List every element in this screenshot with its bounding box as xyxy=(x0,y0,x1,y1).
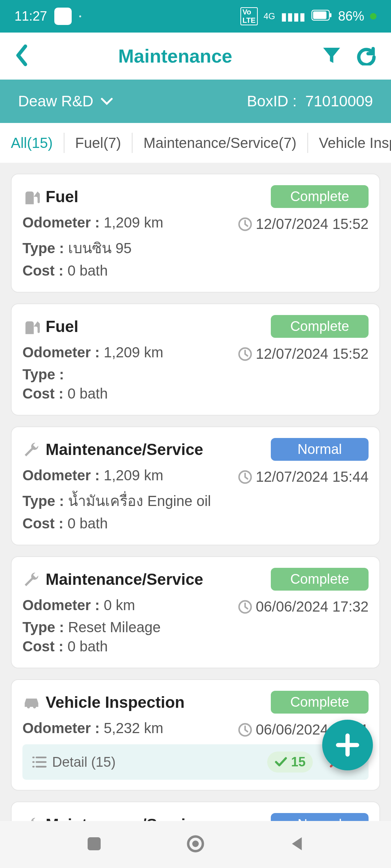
app-header: Maintenance xyxy=(0,33,391,80)
cost-field: Cost : 0 bath xyxy=(22,263,369,279)
back-button[interactable] xyxy=(14,44,29,68)
signal-icon: ▮▮▮▮ xyxy=(281,10,306,23)
recent-apps-button[interactable] xyxy=(84,834,104,855)
tab-3[interactable]: Vehicle Inspection( xyxy=(308,133,391,153)
battery-pct: 86% xyxy=(338,9,364,24)
status-time: 11:27 xyxy=(14,9,47,24)
tab-2[interactable]: Maintenance/Service(7) xyxy=(133,133,308,153)
clock-icon xyxy=(238,470,252,484)
wrench-icon xyxy=(22,570,41,588)
record-category: Maintenance/Service xyxy=(46,441,203,459)
cost-field: Cost : 0 bath xyxy=(22,515,369,532)
nav-back-button[interactable] xyxy=(287,834,307,855)
svg-rect-1 xyxy=(330,13,332,17)
network-icon: 4G xyxy=(264,11,275,21)
svg-rect-3 xyxy=(88,837,101,850)
timestamp: 06/06/2024 17:32 xyxy=(238,599,369,615)
odometer-field: Odometer : 5,232 km xyxy=(22,720,163,736)
vehicle-name: Deaw R&D xyxy=(18,93,93,110)
tab-1[interactable]: Fuel(7) xyxy=(64,133,133,153)
list-icon xyxy=(31,754,47,770)
check-icon xyxy=(274,756,287,769)
type-field: Type : เบนซิน 95 xyxy=(22,237,369,260)
type-field: Type : xyxy=(22,366,369,383)
svg-rect-2 xyxy=(313,12,327,19)
circle-icon xyxy=(186,834,205,854)
odometer-field: Odometer : 0 km xyxy=(22,597,135,613)
clock-icon xyxy=(238,347,252,361)
triangle-left-icon xyxy=(287,834,307,854)
odometer-field: Odometer : 1,209 km xyxy=(22,344,163,361)
fuel-icon xyxy=(22,318,41,336)
android-nav-bar xyxy=(0,821,391,868)
detail-label: Detail (15) xyxy=(52,754,115,770)
record-card[interactable]: Maintenance/Service Complete Odometer : … xyxy=(11,556,380,668)
refresh-icon xyxy=(356,45,377,65)
plus-icon xyxy=(335,732,360,758)
battery-icon xyxy=(311,9,332,24)
chevron-left-icon xyxy=(14,44,29,66)
status-badge: Complete xyxy=(271,568,369,591)
record-card[interactable]: Maintenance/Service Normal Odometer : 1,… xyxy=(11,426,380,545)
type-field: Type : น้ำมันเครื่อง Engine oil xyxy=(22,489,369,512)
filter-button[interactable] xyxy=(321,45,342,67)
home-button[interactable] xyxy=(186,834,205,855)
cost-field: Cost : 0 bath xyxy=(22,638,369,655)
record-category: Fuel xyxy=(46,318,78,336)
car-icon xyxy=(22,693,41,711)
timestamp: 12/07/2024 15:44 xyxy=(238,469,369,485)
fuel-icon xyxy=(22,188,41,206)
timestamp: 12/07/2024 15:52 xyxy=(238,216,369,232)
record-category: Vehicle Inspection xyxy=(46,693,185,711)
clock-icon xyxy=(238,217,252,231)
tab-0[interactable]: All(15) xyxy=(0,133,64,153)
funnel-icon xyxy=(321,45,342,65)
cost-field: Cost : 0 bath xyxy=(22,386,369,402)
timestamp: 12/07/2024 15:52 xyxy=(238,346,369,362)
status-bar: 11:27 • VoLTE 4G ▮▮▮▮ 86% xyxy=(0,0,391,33)
odometer-field: Odometer : 1,209 km xyxy=(22,214,163,231)
boxid: BoxID : 71010009 xyxy=(247,93,373,110)
status-green-dot-icon xyxy=(370,13,377,20)
clock-icon xyxy=(238,600,252,614)
record-card[interactable]: Fuel Complete Odometer : 1,209 km 12/07/… xyxy=(11,303,380,416)
detail-bar[interactable]: Detail (15) 15 0 xyxy=(22,744,369,780)
page-title: Maintenance xyxy=(29,45,321,67)
odometer-field: Odometer : 1,209 km xyxy=(22,467,163,484)
chevron-down-icon xyxy=(101,97,113,106)
vehicle-dropdown[interactable]: Deaw R&D xyxy=(18,93,113,110)
category-tabs: All(15)Fuel(7)Maintenance/Service(7)Vehi… xyxy=(0,123,391,163)
record-category: Fuel xyxy=(46,188,78,206)
record-card[interactable]: Fuel Complete Odometer : 1,209 km 12/07/… xyxy=(11,174,380,293)
square-icon xyxy=(84,834,104,854)
status-badge: Complete xyxy=(271,185,369,208)
pass-count: 15 xyxy=(267,752,313,773)
status-badge: Normal xyxy=(271,438,369,461)
status-badge: Complete xyxy=(271,691,369,714)
refresh-button[interactable] xyxy=(356,45,377,67)
volte-icon: VoLTE xyxy=(240,7,258,25)
clock-icon xyxy=(238,723,252,737)
wrench-icon xyxy=(22,441,41,459)
type-field: Type : Reset Mileage xyxy=(22,619,369,635)
svg-point-5 xyxy=(192,841,199,847)
add-button[interactable] xyxy=(322,720,373,770)
status-app-icon xyxy=(54,8,72,25)
vehicle-subheader: Deaw R&D BoxID : 71010009 xyxy=(0,80,391,123)
record-category: Maintenance/Service xyxy=(46,570,203,588)
status-badge: Complete xyxy=(271,315,369,338)
